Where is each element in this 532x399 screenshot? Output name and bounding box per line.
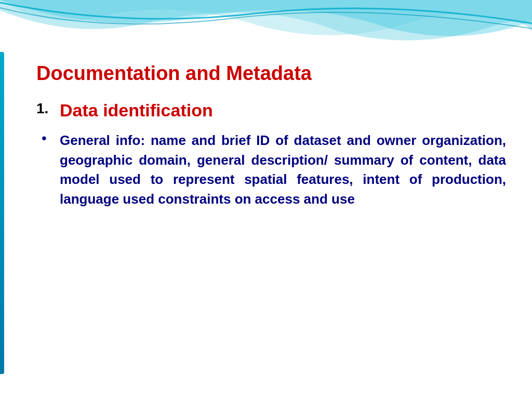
bullet-list: • General info: name and brief ID of dat… bbox=[36, 131, 506, 209]
item-number-1: 1. bbox=[36, 100, 55, 117]
slide-content: Documentation and Metadata 1. Data ident… bbox=[16, 52, 522, 389]
item-label-1: Data identification bbox=[60, 100, 213, 121]
list-item-1: 1. Data identification bbox=[36, 100, 506, 121]
slide-title: Documentation and Metadata bbox=[36, 62, 506, 85]
bullet-text-1: General info: name and brief ID of datas… bbox=[60, 131, 506, 209]
bullet-item-1: • General info: name and brief ID of dat… bbox=[42, 131, 506, 209]
numbered-list: 1. Data identification bbox=[36, 100, 506, 121]
left-accent-bar bbox=[0, 52, 4, 374]
bullet-dot-1: • bbox=[42, 130, 52, 147]
